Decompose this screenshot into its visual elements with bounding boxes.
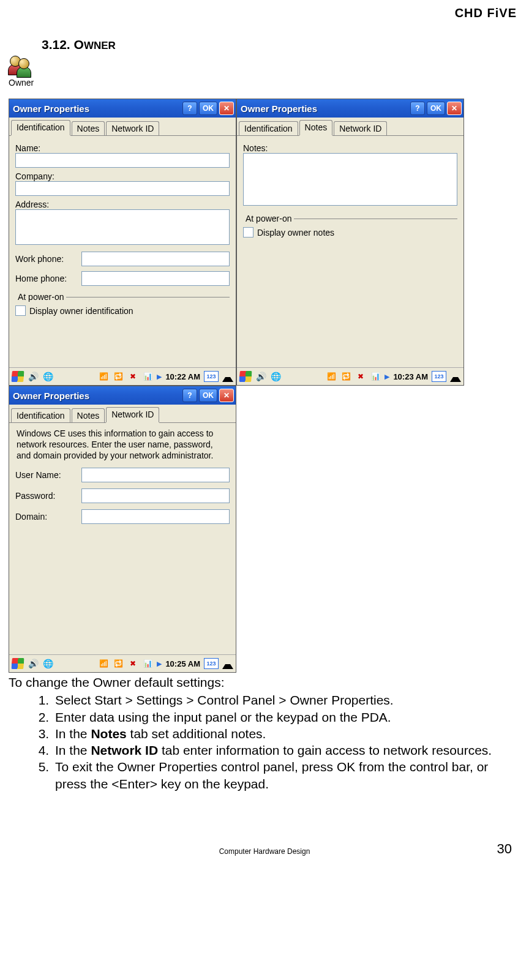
tab-notes[interactable]: Notes [72, 408, 105, 422]
address-label: Address: [15, 200, 230, 209]
page-number: 30 [497, 841, 512, 857]
instructions-intro: To change the Owner default settings: [9, 674, 520, 690]
notes-label: Notes: [243, 143, 457, 153]
help-button[interactable]: ? [182, 102, 197, 115]
password-label: Password: [15, 491, 79, 501]
input-panel-icon[interactable]: 123 [204, 371, 219, 382]
close-button[interactable] [219, 102, 234, 115]
work-phone-label: Work phone: [15, 254, 79, 264]
owner-icon-label: Owner [9, 78, 520, 88]
tabs: Identification Notes Network ID [237, 118, 463, 136]
step-3: In the Notes tab set additional notes. [53, 725, 520, 742]
window-title: Owner Properties [13, 391, 181, 401]
tab-notes[interactable]: Notes [72, 121, 105, 135]
cancel-icon[interactable]: ✖ [127, 371, 138, 382]
section-title-rest: WNER [84, 40, 116, 51]
home-phone-label: Home phone: [15, 274, 79, 283]
sip-up-icon[interactable] [222, 371, 233, 382]
home-phone-input[interactable] [81, 271, 230, 286]
name-label: Name: [15, 143, 230, 153]
network-id-description: Windows CE uses this information to gain… [17, 428, 228, 462]
step-4: In the Network ID tab enter information … [53, 742, 520, 758]
notes-input[interactable] [243, 153, 457, 206]
close-button[interactable] [219, 389, 234, 402]
expand-tray-icon[interactable]: ▶ [385, 373, 389, 381]
clock: 10:23 AM [393, 372, 428, 381]
tray-icon[interactable]: 🔊 [28, 371, 39, 382]
tray-icon[interactable]: 🔊 [255, 371, 266, 382]
owner-icon [9, 54, 31, 77]
tray-icon[interactable]: 📶 [326, 371, 337, 382]
screenshot-notes: Owner Properties ? OK Identification Not… [236, 99, 464, 386]
domain-label: Domain: [15, 512, 79, 522]
tabs: Identification Notes Network ID [9, 405, 236, 423]
step-5: To exit the Owner Properties control pan… [53, 758, 520, 792]
brand-header: CHD FiVE [9, 6, 520, 20]
tab-notes[interactable]: Notes [299, 120, 333, 135]
ok-button[interactable]: OK [199, 389, 217, 402]
tab-network-id[interactable]: Network ID [106, 121, 159, 135]
screenshot-network-id: Owner Properties ? OK Identification Not… [9, 386, 236, 673]
work-phone-input[interactable] [81, 252, 230, 266]
ok-button[interactable]: OK [427, 102, 445, 115]
titlebar: Owner Properties ? OK [237, 99, 463, 118]
section-title-letter: O [74, 37, 84, 51]
password-input[interactable] [81, 488, 230, 503]
input-panel-icon[interactable]: 123 [204, 658, 219, 669]
sync-icon[interactable]: 🔁 [113, 371, 124, 382]
power-on-group: At power-on Display owner notes [243, 214, 457, 238]
help-button[interactable]: ? [410, 102, 425, 115]
sip-up-icon[interactable] [450, 371, 461, 382]
tray-icon[interactable]: 🌐 [42, 658, 53, 669]
tray-icon[interactable]: 🌐 [270, 371, 281, 382]
start-icon[interactable] [11, 371, 24, 382]
tray-icon[interactable]: 🔊 [28, 658, 39, 669]
tray-icon[interactable]: 📶 [98, 371, 109, 382]
tray-icon[interactable]: 📶 [98, 658, 109, 669]
tray-icon[interactable]: 📊 [142, 658, 153, 669]
clock: 10:22 AM [165, 372, 200, 381]
instructions: To change the Owner default settings: Se… [9, 674, 520, 792]
username-input[interactable] [81, 468, 230, 482]
taskbar: 🔊 🌐 📶 🔁 ✖ 📊 ▶ 10:25 AM 123 [9, 654, 236, 672]
domain-input[interactable] [81, 509, 230, 524]
tab-identification[interactable]: Identification [239, 121, 298, 135]
display-owner-notes-label: Display owner notes [257, 228, 334, 238]
sync-icon[interactable]: 🔁 [113, 658, 124, 669]
tab-identification[interactable]: Identification [11, 408, 70, 422]
input-panel-icon[interactable]: 123 [432, 371, 446, 382]
footer-text: Computer Hardware Design [219, 847, 310, 856]
taskbar: 🔊 🌐 📶 🔁 ✖ 📊 ▶ 10:22 AM 123 [9, 367, 236, 385]
sip-up-icon[interactable] [222, 658, 233, 669]
power-on-legend: At power-on [15, 292, 66, 302]
tray-icon[interactable]: 📊 [370, 371, 381, 382]
name-input[interactable] [15, 153, 230, 168]
cancel-icon[interactable]: ✖ [355, 371, 366, 382]
company-label: Company: [15, 171, 230, 181]
tab-network-id[interactable]: Network ID [106, 407, 159, 422]
step-1: Select Start > Settings > Control Panel … [53, 692, 520, 708]
tabs: Identification Notes Network ID [9, 118, 236, 136]
step-2: Enter data using the input panel or the … [53, 709, 520, 725]
cancel-icon[interactable]: ✖ [127, 658, 138, 669]
expand-tray-icon[interactable]: ▶ [157, 373, 162, 381]
expand-tray-icon[interactable]: ▶ [157, 660, 162, 668]
help-button[interactable]: ? [182, 389, 197, 402]
tray-icon[interactable]: 🌐 [42, 371, 53, 382]
sync-icon[interactable]: 🔁 [340, 371, 351, 382]
start-icon[interactable] [239, 371, 252, 382]
titlebar: Owner Properties ? OK [9, 386, 236, 405]
tray-icon[interactable]: 📊 [142, 371, 153, 382]
display-owner-id-checkbox[interactable] [15, 305, 26, 316]
titlebar: Owner Properties ? OK [9, 99, 236, 118]
close-button[interactable] [447, 102, 462, 115]
address-input[interactable] [15, 209, 230, 245]
taskbar: 🔊 🌐 📶 🔁 ✖ 📊 ▶ 10:23 AM 123 [237, 367, 463, 385]
tab-network-id[interactable]: Network ID [334, 121, 387, 135]
display-owner-notes-checkbox[interactable] [243, 227, 253, 238]
start-icon[interactable] [11, 658, 24, 669]
section-heading: 3.12. OWNER [42, 37, 520, 52]
tab-identification[interactable]: Identification [11, 120, 70, 135]
ok-button[interactable]: OK [199, 102, 217, 115]
company-input[interactable] [15, 181, 230, 196]
